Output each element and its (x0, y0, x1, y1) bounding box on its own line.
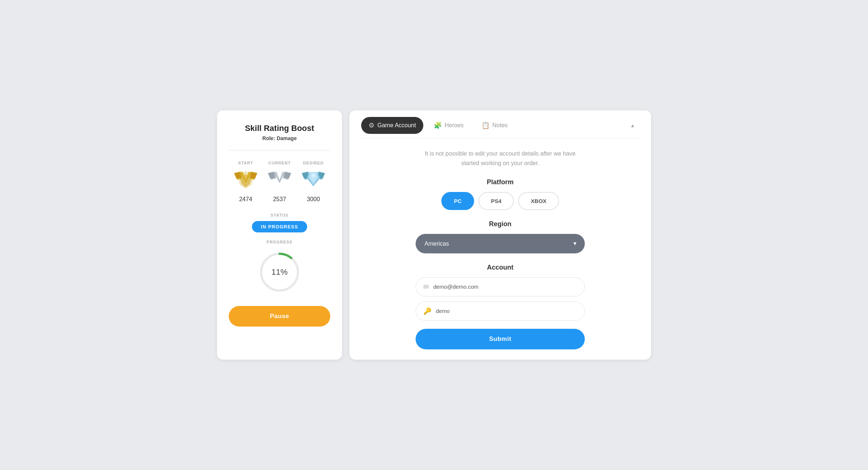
platform-row: PC PS4 XBOX (441, 192, 559, 210)
region-title: Region (489, 220, 512, 228)
tab-notes[interactable]: 📋 Notes (474, 117, 515, 134)
desired-label: DESIRED (303, 161, 324, 165)
right-card: ⚙ Game Account 🧩 Heroes 📋 Notes ▲ It is … (349, 110, 651, 359)
main-container: Skill Rating Boost Role: Damage START (217, 110, 651, 359)
current-value: 2537 (273, 196, 286, 203)
start-rank-icon (232, 168, 259, 193)
account-title: Account (487, 264, 513, 271)
info-text: It is not possible to edit your account … (416, 149, 585, 168)
rank-desired: DESIRED 3000 (300, 161, 327, 203)
platform-ps4-button[interactable]: PS4 (479, 192, 514, 210)
desired-value: 3000 (307, 196, 320, 203)
gear-icon: ⚙ (369, 121, 374, 129)
current-label: CURRENT (268, 161, 291, 165)
status-badge: IN PROGRESS (252, 221, 307, 232)
tab-game-account[interactable]: ⚙ Game Account (361, 117, 423, 134)
region-select-wrap: Americas Europe Asia ▼ (416, 234, 585, 253)
desired-rank-icon (300, 168, 327, 193)
submit-button[interactable]: Submit (416, 329, 585, 349)
password-input[interactable] (436, 308, 577, 314)
card-title: Skill Rating Boost (245, 124, 314, 133)
region-select[interactable]: Americas Europe Asia (416, 234, 585, 253)
status-section: STATUS IN PROGRESS (229, 213, 330, 232)
tab-heroes[interactable]: 🧩 Heroes (426, 117, 471, 134)
progress-label: PROGRESS (229, 240, 330, 244)
password-icon: 🔑 (423, 307, 431, 315)
platform-pc-button[interactable]: PC (441, 192, 474, 210)
heroes-icon: 🧩 (434, 121, 442, 129)
collapse-button[interactable]: ▲ (626, 119, 639, 132)
pause-button[interactable]: Pause (229, 306, 330, 327)
left-card: Skill Rating Boost Role: Damage START (217, 110, 342, 359)
start-value: 2474 (239, 196, 252, 203)
start-label: START (238, 161, 253, 165)
tabs-header: ⚙ Game Account 🧩 Heroes 📋 Notes ▲ (349, 110, 651, 134)
progress-section: PROGRESS 11% (229, 240, 330, 294)
role-prefix: Role: (262, 135, 277, 141)
ranks-row: START 2474 C (229, 161, 330, 203)
platform-xbox-button[interactable]: XBOX (518, 192, 559, 210)
status-label: STATUS (229, 213, 330, 217)
right-content: It is not possible to edit your account … (349, 139, 651, 359)
rank-start: START 2474 (232, 161, 259, 203)
progress-circle: 11% (257, 250, 302, 294)
password-input-wrap: 🔑 (416, 302, 585, 321)
email-input[interactable] (433, 284, 577, 290)
rank-current: CURRENT 2537 (266, 161, 293, 203)
email-input-wrap: ✉ (416, 277, 585, 296)
account-section: ✉ 🔑 Submit (416, 277, 585, 349)
divider (229, 150, 330, 150)
platform-title: Platform (487, 178, 513, 186)
role-value: Damage (277, 135, 296, 141)
progress-percent: 11% (271, 267, 288, 277)
email-icon: ✉ (423, 283, 429, 291)
current-rank-icon (266, 168, 293, 193)
notes-icon: 📋 (481, 121, 490, 129)
card-subtitle: Role: Damage (262, 135, 296, 141)
